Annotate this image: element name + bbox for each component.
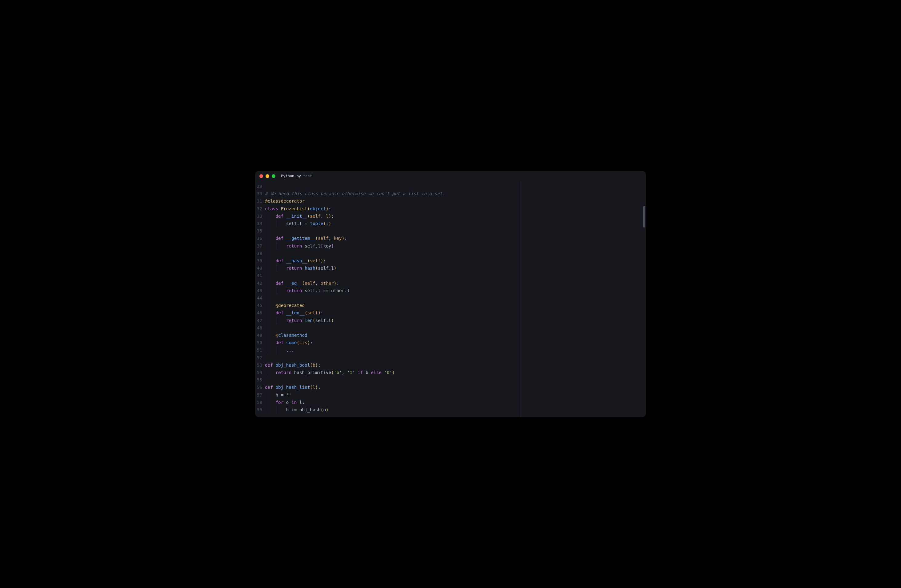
editor-area[interactable]: 2930# We need this class because otherwi… — [255, 181, 646, 417]
line-number[interactable]: 50 — [255, 339, 265, 346]
code-line[interactable]: 52 — [255, 354, 646, 362]
line-number[interactable]: 47 — [255, 317, 265, 324]
code-line[interactable]: 32class FrozenList(object): — [255, 205, 646, 212]
code-line[interactable]: 30# We need this class because otherwise… — [255, 190, 646, 197]
zoom-icon[interactable] — [272, 174, 275, 178]
code-line[interactable]: 44 — [255, 294, 646, 302]
line-number[interactable]: 54 — [255, 369, 265, 376]
line-content[interactable]: @classdecorator — [265, 197, 646, 205]
line-number[interactable]: 51 — [255, 346, 265, 354]
line-content[interactable]: def __init__(self, l): — [265, 212, 646, 220]
code-line[interactable]: 51 ... — [255, 346, 646, 354]
line-number[interactable]: 43 — [255, 287, 265, 294]
code-line[interactable]: 40 return hash(self.l) — [255, 264, 646, 272]
line-number[interactable]: 52 — [255, 354, 265, 362]
code-line[interactable]: 34 self.l = tuple(l) — [255, 220, 646, 227]
line-content[interactable] — [265, 272, 646, 279]
line-number[interactable]: 38 — [255, 250, 265, 257]
line-number[interactable]: 55 — [255, 376, 265, 384]
code-line[interactable]: 49 @classmethod — [255, 332, 646, 339]
line-number[interactable]: 34 — [255, 220, 265, 227]
code-line[interactable]: 42 def __eq__(self, other): — [255, 279, 646, 287]
line-number[interactable]: 58 — [255, 399, 265, 406]
line-number[interactable]: 39 — [255, 257, 265, 264]
line-content[interactable]: def obj_hash_bool(b): — [265, 362, 646, 369]
code-line[interactable]: 50 def some(cls): — [255, 339, 646, 346]
line-content[interactable]: def __eq__(self, other): — [265, 279, 646, 287]
code-line[interactable]: 41 — [255, 272, 646, 279]
line-number[interactable]: 53 — [255, 362, 265, 369]
line-content[interactable]: for o in l: — [265, 399, 646, 406]
code-line[interactable]: 59 h += obj_hash(o) — [255, 406, 646, 413]
line-number[interactable]: 37 — [255, 242, 265, 250]
code-line[interactable]: 54 return hash_primitive('b', '1' if b e… — [255, 369, 646, 376]
line-content[interactable]: return hash(self.l) — [265, 264, 646, 272]
line-content[interactable] — [265, 294, 646, 302]
code-line[interactable]: 38 — [255, 250, 646, 257]
minimize-icon[interactable] — [265, 174, 269, 178]
line-content[interactable] — [265, 376, 646, 384]
line-number[interactable]: 33 — [255, 212, 265, 220]
line-content[interactable] — [265, 182, 646, 190]
code-line[interactable]: 58 for o in l: — [255, 399, 646, 406]
line-number[interactable]: 29 — [255, 182, 265, 190]
line-number[interactable]: 45 — [255, 302, 265, 309]
line-content[interactable]: return self.l == other.l — [265, 287, 646, 294]
line-number[interactable]: 41 — [255, 272, 265, 279]
code-viewport[interactable]: 2930# We need this class because otherwi… — [255, 181, 646, 416]
code-line[interactable]: 56def obj_hash_list(l): — [255, 384, 646, 391]
line-number[interactable]: 31 — [255, 197, 265, 205]
line-content[interactable]: return self.l[key] — [265, 242, 646, 250]
code-line[interactable]: 36 def __getitem__(self, key): — [255, 235, 646, 242]
line-content[interactable]: return len(self.l) — [265, 317, 646, 324]
code-line[interactable]: 31@classdecorator — [255, 197, 646, 205]
line-content[interactable]: def __getitem__(self, key): — [265, 235, 646, 242]
line-content[interactable] — [265, 354, 646, 362]
line-number[interactable]: 36 — [255, 235, 265, 242]
line-content[interactable]: h = '' — [265, 391, 646, 399]
titlebar[interactable]: Python.py test — [255, 171, 646, 181]
code-line[interactable]: 46 def __len__(self): — [255, 309, 646, 317]
line-number[interactable]: 30 — [255, 190, 265, 197]
code-line[interactable]: 39 def __hash__(self): — [255, 257, 646, 264]
code-line[interactable]: 35 — [255, 227, 646, 235]
line-number[interactable]: 44 — [255, 294, 265, 302]
line-content[interactable]: @classmethod — [265, 332, 646, 339]
code-line[interactable]: 29 — [255, 182, 646, 190]
line-content[interactable]: def obj_hash_list(l): — [265, 384, 646, 391]
line-content[interactable]: # We need this class because otherwise w… — [265, 190, 646, 197]
code-line[interactable]: 55 — [255, 376, 646, 384]
line-number[interactable]: 57 — [255, 391, 265, 399]
code-line[interactable]: 53def obj_hash_bool(b): — [255, 362, 646, 369]
line-content[interactable]: self.l = tuple(l) — [265, 220, 646, 227]
line-content[interactable]: ... — [265, 346, 646, 354]
line-content[interactable]: def __len__(self): — [265, 309, 646, 317]
line-number[interactable]: 42 — [255, 279, 265, 287]
line-content[interactable]: def __hash__(self): — [265, 257, 646, 264]
code-token: b — [313, 363, 315, 368]
code-line[interactable]: 47 return len(self.l) — [255, 317, 646, 324]
line-content[interactable] — [265, 227, 646, 235]
code-line[interactable]: 48 — [255, 324, 646, 332]
line-number[interactable]: 40 — [255, 264, 265, 272]
line-content[interactable]: def some(cls): — [265, 339, 646, 346]
line-number[interactable]: 35 — [255, 227, 265, 235]
code-line[interactable]: 37 return self.l[key] — [255, 242, 646, 250]
line-content[interactable]: h += obj_hash(o) — [265, 406, 646, 413]
code-line[interactable]: 33 def __init__(self, l): — [255, 212, 646, 220]
close-icon[interactable] — [259, 174, 263, 178]
line-content[interactable]: return hash_primitive('b', '1' if b else… — [265, 369, 646, 376]
line-number[interactable]: 48 — [255, 324, 265, 332]
line-number[interactable]: 49 — [255, 332, 265, 339]
line-content[interactable] — [265, 324, 646, 332]
line-number[interactable]: 32 — [255, 205, 265, 212]
line-content[interactable]: class FrozenList(object): — [265, 205, 646, 212]
code-line[interactable]: 57 h = '' — [255, 391, 646, 399]
code-line[interactable]: 45 @deprecated — [255, 302, 646, 309]
line-content[interactable] — [265, 250, 646, 257]
line-content[interactable]: @deprecated — [265, 302, 646, 309]
line-number[interactable]: 46 — [255, 309, 265, 317]
line-number[interactable]: 56 — [255, 384, 265, 391]
code-line[interactable]: 43 return self.l == other.l — [255, 287, 646, 294]
line-number[interactable]: 59 — [255, 406, 265, 413]
